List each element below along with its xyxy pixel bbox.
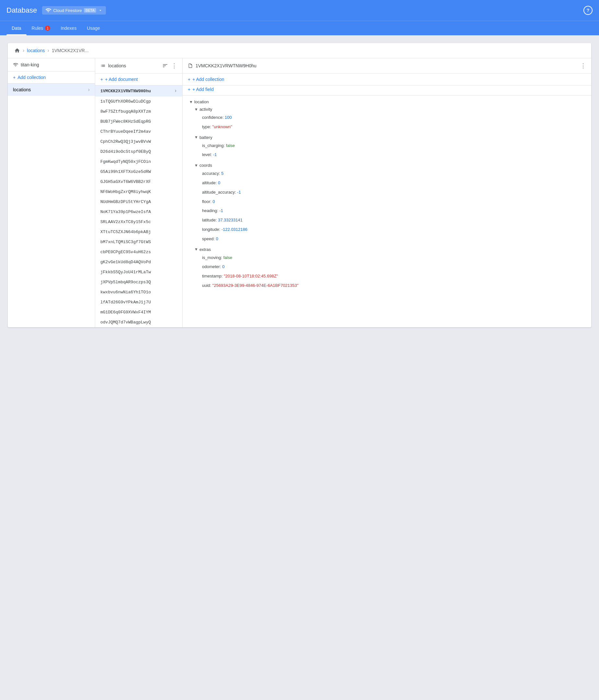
col3-header: 1VMCKK2X1VRWTNW9H0hu ⋮ [183,58,591,74]
add-collection-button[interactable]: + Add collection [8,72,95,83]
doc-item[interactable]: NF6WoHbgZxrQM8iyhwqK [95,187,182,197]
doc-item[interactable]: bM7xnLTQMiSC3gf7GtWS [95,237,182,247]
doc-item-selected[interactable]: 1VMCKK2X1VRWTNW9H0hu › [95,85,182,97]
latitude-key: latitude: [202,218,218,222]
altitude-accuracy-key: altitude_accuracy: [202,190,237,195]
breadcrumb-sep-1: › [23,48,24,53]
doc-item[interactable]: jXPVp5lmbqAR9oczps3Q [95,277,182,287]
col2-header-actions: ⋮ [162,62,177,69]
add-document-button[interactable]: + + Add document [95,74,182,85]
field-speed: speed: 0 [183,234,591,244]
app-header: Database Cloud Firestore BETA ? [0,0,599,21]
nav-item-indexes[interactable]: Indexes [55,21,82,35]
home-icon[interactable] [14,48,20,53]
chevron-right-icon: › [88,87,90,93]
nav-indexes-label: Indexes [60,26,76,31]
filter-icon[interactable] [162,63,168,69]
confidence-key: confidence: [202,115,225,120]
doc-item[interactable]: odvJQMQ7d7vWBagpLwyQ [95,317,182,327]
collapse-location-icon: ▼ [189,100,193,104]
wifi-small-icon [13,62,18,67]
doc-item[interactable]: BUB7jFWec8KHzSdEqpRG [95,117,182,127]
nav-item-usage[interactable]: Usage [82,21,105,35]
doc-item[interactable]: FgmKwqdTyNQ50xjFCOin [95,157,182,167]
doc-item[interactable]: 8wF7SZtfbugqA8pXXTzm [95,106,182,117]
collection-item-locations[interactable]: locations › [8,83,95,96]
data-columns: titan-king + Add collection locations › [8,58,591,327]
nav-item-rules[interactable]: Rules 1 [27,21,56,35]
field-uuid: uuid: "25693A29-3E99-4846-974E-6A1BF7021… [183,281,591,296]
nav-bar: Data Rules 1 Indexes Usage [0,21,599,35]
dropdown-arrow-icon[interactable] [98,8,103,12]
beta-badge: BETA [84,8,96,12]
doc-item[interactable]: gK2vGe1kUd8qD4AQVoPd [95,257,182,267]
doc-item[interactable]: kwxbvu6nwNia6Yh1TO1o [95,287,182,297]
altitude-accuracy-value: -1 [237,190,241,195]
doc-item[interactable]: GJGH5aGXvT6W6VBB2rXF [95,177,182,187]
add-collection-col3-label: + Add collection [192,77,224,82]
altitude-value: 0 [218,180,220,185]
doc-item[interactable]: cbPE0CPgEC9Sv4uH62zs [95,247,182,257]
field-location[interactable]: ▼ location [183,98,591,105]
doc-item[interactable]: CphCh2RwQ3Qj3jwvBVvW [95,136,182,147]
col3-more-icon[interactable]: ⋮ [580,62,586,69]
doc-id-selected: 1VMCKK2X1VRWTNW9H0hu [100,89,151,94]
timestamp-value: "2018-08-10T18:02:45.698Z" [224,274,278,278]
doc-item[interactable]: jFkkbS5QyJoU41rMLaTw [95,267,182,277]
nav-item-data[interactable]: Data [6,21,27,35]
odometer-value: 0 [222,264,224,269]
doc-item[interactable]: 1sTQGUfhXOR6wDluDCgp [95,97,182,106]
breadcrumb-locations[interactable]: locations [27,48,45,53]
wifi-icon [45,7,51,13]
field-timestamp: timestamp: "2018-08-10T18:02:45.698Z" [183,272,591,281]
document-icon [188,63,193,68]
doc-item[interactable]: CThrBYuueDqeeIf2m4av [95,127,182,136]
field-activity-label: activity [199,107,213,112]
rules-badge: 1 [45,26,50,31]
col3-title: 1VMCKK2X1VRWTNW9H0hu [196,63,256,68]
main-content: › locations › 1VMCKK2X1VR... titan-king [0,35,599,335]
doc-item[interactable]: D26d4i9oOcStspf0EByQ [95,147,182,157]
add-document-label: + Add document [105,77,138,82]
breadcrumb-sep-2: › [48,48,49,53]
collapse-battery-icon: ▼ [194,135,198,140]
collection-item-label: locations [13,87,31,92]
doc-item[interactable]: lfATd26G9vYPkAmJ1j7U [95,297,182,307]
col2-more-icon[interactable]: ⋮ [171,62,177,69]
help-button[interactable]: ? [583,6,593,15]
field-confidence: confidence: 100 [183,113,591,122]
field-extras[interactable]: ▼ extras [183,246,591,253]
field-is-moving: is_moving: false [183,253,591,262]
col1-header-left: titan-king [13,62,39,67]
doc-item[interactable]: SRLAAV2zXxTC8y15Fx5c [95,217,182,227]
field-battery[interactable]: ▼ battery [183,134,591,141]
longitude-key: longitude: [202,227,222,232]
type-key: type: [202,124,213,129]
doc-item[interactable]: NUdHmGBzDPi5tYHrCYgA [95,197,182,207]
field-is-charging: is_charging: false [183,141,591,151]
column-3: 1VMCKK2X1VRWTNW9H0hu ⋮ + + Add collectio… [183,58,591,327]
is-charging-value: false [226,143,235,148]
heading-key: heading: [202,208,220,213]
field-longitude: longitude: -122.0312186 [183,225,591,234]
speed-value: 0 [216,236,218,241]
doc-item[interactable]: XTtuTC5ZXJN64b6pkABj [95,227,182,237]
doc-item[interactable]: G5Ai99h1XFTXoGze5dRW [95,167,182,177]
doc-item[interactable]: NoK71Ya39p1P6wzeIsfA [95,207,182,217]
field-coords[interactable]: ▼ coords [183,161,591,169]
field-activity[interactable]: ▼ activity [183,105,591,113]
field-heading: heading: -1 [183,206,591,216]
odometer-key: odometer: [202,264,222,269]
collapse-coords-icon: ▼ [194,163,198,168]
is-moving-key: is_moving: [202,255,223,260]
doc-item[interactable]: mG1DE6q0FG9XVWxF4IYM [95,307,182,317]
field-extras-label: extras [199,247,211,252]
type-value: "unknown" [213,124,232,129]
longitude-value: -122.0312186 [222,227,247,232]
panel-container: › locations › 1VMCKK2X1VR... titan-king [8,43,591,327]
collapse-activity-icon: ▼ [194,107,198,112]
timestamp-key: timestamp: [202,274,224,278]
add-field-button[interactable]: + + Add field [183,85,591,96]
add-collection-col3-button[interactable]: + + Add collection [183,74,591,85]
is-charging-key: is_charging: [202,143,226,148]
